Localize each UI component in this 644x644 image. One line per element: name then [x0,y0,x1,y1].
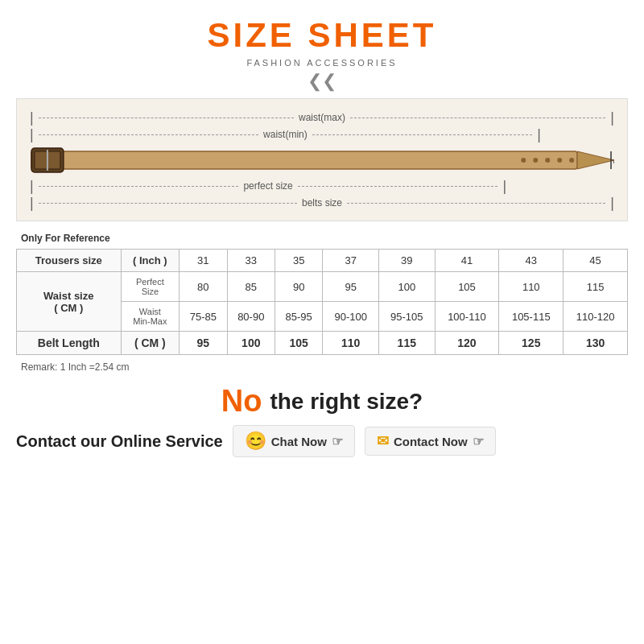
col-45: 45 [564,250,628,272]
perfect-size-row: | perfect size | [30,179,614,193]
no-label: No [221,384,262,419]
chat-icon: 😊 [245,431,266,452]
ps-45: 115 [564,272,628,302]
belt-diagram: | waist(max) | | waist(min) | [16,98,628,221]
waist-max-row: | waist(max) | [30,110,614,125]
svg-point-8 [569,158,574,163]
wm-43: 105-115 [499,302,564,332]
perfect-size-sub: PerfectSize [121,272,180,302]
belt-image: width [30,145,614,175]
bl-41: 120 [435,332,499,355]
ps-33: 85 [227,272,275,302]
wm-33: 80-90 [227,302,275,332]
waist-min-row: | waist(min) | [30,127,614,142]
perfect-size-line-left [39,186,239,187]
waist-max-label: waist(max) [299,112,345,123]
bl-33: 100 [227,332,275,355]
col-37: 37 [323,250,379,272]
ps-37: 95 [323,272,379,302]
wm-37: 90-100 [323,302,379,332]
bl-45: 130 [564,332,628,355]
waist-max-line-left [39,118,294,118]
waist-min-line-left [39,134,258,135]
belts-size-line-right [347,203,605,204]
bl-31: 95 [180,332,227,355]
bl-39: 115 [379,332,436,355]
subtitle: FASHION ACCESSORIES [246,58,397,68]
svg-point-5 [533,158,538,163]
col-33: 33 [227,250,275,272]
belt-length-row: Belt Length ( CM ) 95 100 105 110 115 12… [17,332,628,355]
svg-text:width: width [612,156,614,165]
waist-min-label: waist(min) [263,129,308,140]
perfect-size-row-data: Waist size( CM ) PerfectSize 80 85 90 95… [17,272,628,302]
svg-marker-9 [577,151,614,169]
perfect-size-line-right [298,186,498,187]
table-header-row: Trousers size ( Inch ) 31 33 35 37 39 41… [17,250,628,272]
waist-min-line-right [312,134,532,135]
page: SIZE SHEET FASHION ACCESSORIES ❮❮ | wais… [0,0,644,644]
waist-max-line-right [350,118,605,118]
trousers-size-header: Trousers size [17,250,122,272]
perfect-size-label: perfect size [243,180,292,192]
bl-37: 110 [323,332,379,355]
page-title: SIZE SHEET [207,16,436,55]
bl-43: 125 [499,332,564,355]
col-43: 43 [499,250,564,272]
svg-point-7 [557,158,562,163]
belts-size-line-left [39,203,297,204]
inch-header: ( Inch ) [121,250,180,272]
wm-31: 75-85 [180,302,227,332]
col-35: 35 [275,250,322,272]
contact-now-button[interactable]: ✉ Contact Now ☞ [365,427,496,456]
contact-btn-label: Contact Now [394,435,468,448]
hand-icon-contact: ☞ [473,434,484,449]
remark: Remark: 1 Inch =2.54 cm [21,361,129,373]
right-size-text: the right size? [270,389,423,415]
col-31: 31 [180,250,227,272]
ps-31: 80 [180,272,227,302]
hand-icon-chat: ☞ [332,434,343,449]
chat-btn-label: Chat Now [271,435,327,448]
size-table: Trousers size ( Inch ) 31 33 35 37 39 41… [16,249,628,355]
col-39: 39 [379,250,436,272]
col-41: 41 [435,250,499,272]
belts-size-label: belts size [302,197,342,208]
wm-41: 100-110 [435,302,499,332]
belts-size-row: | belts size | [30,196,614,210]
no-size-section: No the right size? [221,384,423,419]
mail-icon: ✉ [377,432,389,450]
svg-rect-0 [31,151,577,169]
contact-section: Contact our Online Service 😊 Chat Now ☞ … [16,425,628,457]
bl-35: 105 [275,332,322,355]
waist-minmax-sub: WaistMin-Max [121,302,180,332]
contact-label: Contact our Online Service [16,432,223,451]
waist-size-label: Waist size( CM ) [17,272,122,332]
ps-43: 110 [499,272,564,302]
belt-cm-label: ( CM ) [121,332,180,355]
svg-point-4 [521,158,526,163]
ps-41: 105 [435,272,499,302]
wm-39: 95-105 [379,302,436,332]
reference-note: Only For Reference [21,233,110,244]
ps-39: 100 [379,272,436,302]
ps-35: 90 [275,272,322,302]
chevrons-icon: ❮❮ [308,72,336,90]
svg-point-6 [545,158,550,163]
wm-35: 85-95 [275,302,322,332]
wm-45: 110-120 [564,302,628,332]
chat-now-button[interactable]: 😊 Chat Now ☞ [233,425,355,457]
belt-length-label: Belt Length [17,332,122,355]
